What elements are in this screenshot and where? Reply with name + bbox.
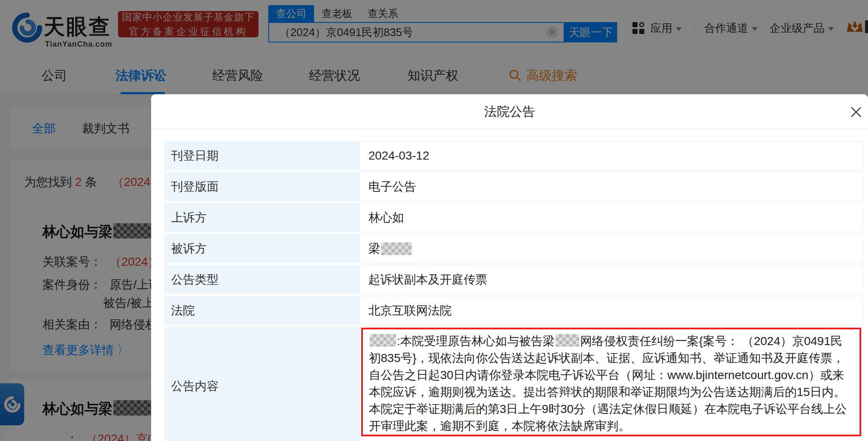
text-segment: 网络侵权责任纠纷一案{案号： （2024）京0491民初835号}，现依法向你公… [369, 334, 847, 433]
row-label: 上诉方 [164, 203, 360, 232]
text-segment: 梁 [368, 241, 380, 257]
text-segment: :本院受理原告林心如与被告梁 [397, 334, 555, 348]
censored-name-mosaic [556, 334, 579, 347]
row-label: 刊登版面 [164, 172, 360, 201]
censored-name-mosaic [370, 334, 396, 347]
row-label: 被诉方 [164, 234, 360, 263]
table-row: 刊登日期 2024-03-12 [164, 141, 863, 170]
table-row-content: 公告内容 :本院受理原告林心如与被告梁网络侵权责任纠纷一案{案号： （2024）… [164, 327, 863, 441]
row-value: :本院受理原告林心如与被告梁网络侵权责任纠纷一案{案号： （2024）京0491… [360, 327, 863, 441]
row-value: 林心如 [360, 203, 863, 232]
row-value: 梁 [360, 234, 863, 263]
court-announcement-modal: 法院公告 刊登日期 2024-03-12 刊登版面 电子公告 上诉方 林心如 [151, 94, 868, 441]
table-row: 上诉方 林心如 [164, 203, 863, 232]
announcement-table: 刊登日期 2024-03-12 刊登版面 电子公告 上诉方 林心如 被诉方 梁 … [164, 141, 863, 441]
announcement-content-highlight: :本院受理原告林心如与被告梁网络侵权责任纠纷一案{案号： （2024）京0491… [361, 328, 861, 436]
row-label: 公告类型 [164, 265, 360, 294]
table-row: 法院 北京互联网法院 [164, 296, 863, 325]
row-value: 2024-03-12 [360, 141, 863, 170]
row-value: 电子公告 [360, 172, 863, 201]
tianyancha-page: 天眼查 TianYanCha.com 国家中小企业发展子基金旗下 官方备案企业征… [0, 0, 868, 441]
modal-titlebar: 法院公告 [151, 94, 868, 129]
row-label: 公告内容 [164, 327, 360, 441]
censored-name-mosaic [381, 242, 412, 255]
row-label: 法院 [164, 296, 360, 325]
table-row: 被诉方 梁 [164, 234, 863, 263]
table-row: 刊登版面 电子公告 [164, 172, 863, 201]
table-row: 公告类型 起诉状副本及开庭传票 [164, 265, 863, 294]
row-label: 刊登日期 [164, 141, 360, 170]
row-value: 北京互联网法院 [360, 296, 863, 325]
close-icon[interactable] [848, 104, 865, 121]
modal-title: 法院公告 [151, 94, 868, 129]
row-value: 起诉状副本及开庭传票 [360, 265, 863, 294]
